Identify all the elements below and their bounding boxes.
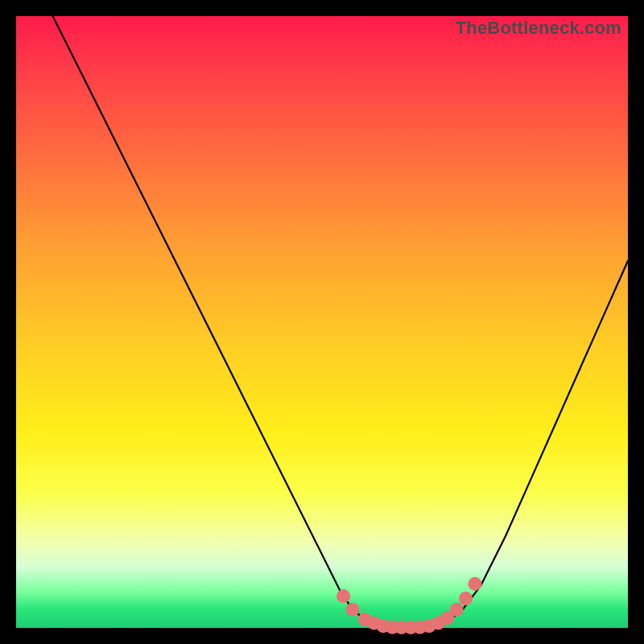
bottleneck-curve [53,16,628,628]
marker-point [469,577,482,591]
marker-point [336,589,350,603]
highlighted-markers [336,577,481,634]
marker-point [450,603,464,617]
chart-frame: TheBottleneck.com [16,16,628,628]
marker-point [459,592,473,605]
curve-layer [16,16,628,628]
marker-point [346,603,360,617]
watermark-text: TheBottleneck.com [456,18,621,39]
